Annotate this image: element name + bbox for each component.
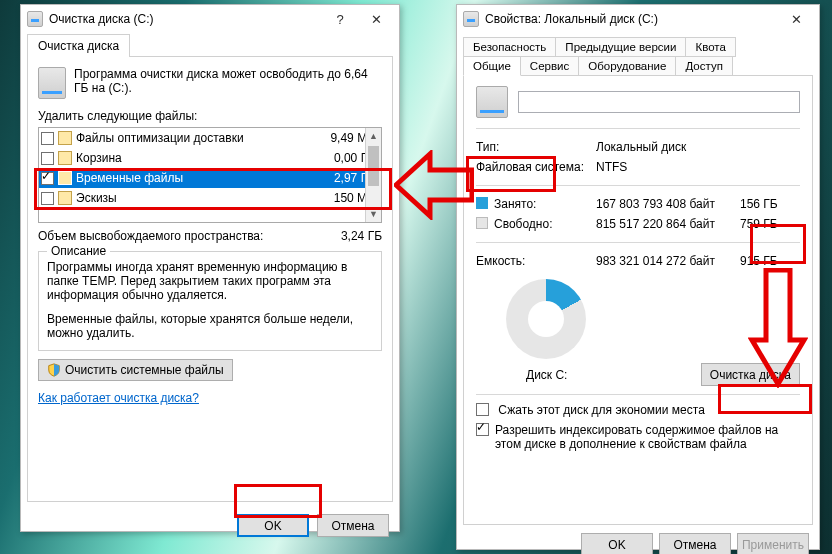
drive-properties-dialog: Свойства: Локальный диск (C:) ✕ Безопасн…: [456, 4, 820, 550]
list-item[interactable]: Эскизы 150 МБ: [39, 188, 381, 208]
item-name: Эскизы: [76, 191, 305, 205]
capacity-label: Емкость:: [476, 254, 596, 268]
tab-cleanup[interactable]: Очистка диска: [27, 34, 130, 57]
description-group: Описание Программы иногда хранят временн…: [38, 251, 382, 351]
delete-label: Удалить следующие файлы:: [38, 109, 382, 123]
file-icon: [58, 171, 72, 185]
checkbox[interactable]: [41, 152, 54, 165]
indexing-label: Разрешить индексировать содержимое файло…: [495, 423, 800, 451]
tab-hardware[interactable]: Оборудование: [578, 56, 676, 76]
compress-checkbox[interactable]: [476, 403, 489, 416]
help-button[interactable]: ?: [323, 8, 357, 30]
group-title: Описание: [47, 244, 110, 258]
cancel-button[interactable]: Отмена: [659, 533, 731, 554]
close-button[interactable]: ✕: [779, 8, 813, 30]
free-color-icon: [476, 217, 488, 229]
type-value: Локальный диск: [596, 140, 800, 154]
disk-name: Диск C:: [526, 368, 567, 382]
scroll-up-icon[interactable]: ▲: [366, 128, 381, 144]
list-item[interactable]: Временные файлы 2,97 ГБ: [39, 168, 381, 188]
intro-text: Программа очистки диска может освободить…: [74, 67, 382, 99]
freeing-value: 3,24 ГБ: [341, 229, 382, 243]
close-button[interactable]: ✕: [359, 8, 393, 30]
freeing-label: Объем высвобождаемого пространства:: [38, 229, 263, 243]
drive-icon: [463, 11, 479, 27]
window-title: Свойства: Локальный диск (C:): [485, 12, 658, 26]
free-gb: 759 ГБ: [740, 217, 800, 231]
fs-value: NTFS: [596, 160, 800, 174]
tab-quota[interactable]: Квота: [685, 37, 735, 57]
list-item[interactable]: Корзина 0,00 ГБ: [39, 148, 381, 168]
tab-security[interactable]: Безопасность: [463, 37, 556, 57]
indexing-checkbox[interactable]: [476, 423, 489, 436]
item-name: Временные файлы: [76, 171, 305, 185]
button-label: Очистить системные файлы: [65, 363, 224, 377]
description-text-2: Временные файлы, которые хранятся больше…: [47, 312, 373, 340]
scroll-down-icon[interactable]: ▼: [366, 206, 381, 222]
shield-icon: [47, 363, 61, 377]
titlebar[interactable]: Свойства: Локальный диск (C:) ✕: [457, 5, 819, 33]
file-icon: [58, 151, 72, 165]
checkbox[interactable]: [41, 132, 54, 145]
compress-label: Сжать этот диск для экономии места: [498, 403, 704, 417]
file-icon: [58, 191, 72, 205]
disk-cleanup-dialog: Очистка диска (C:) ? ✕ Очистка диска Про…: [20, 4, 400, 532]
volume-name-input[interactable]: [518, 91, 800, 113]
list-item[interactable]: Файлы оптимизации доставки 9,49 МБ: [39, 128, 381, 148]
item-name: Корзина: [76, 151, 305, 165]
free-label: Свободно:: [494, 217, 553, 231]
used-bytes: 167 803 793 408 байт: [596, 197, 740, 211]
free-bytes: 815 517 220 864 байт: [596, 217, 740, 231]
disk-cleanup-button[interactable]: Очистка диска: [701, 363, 800, 386]
titlebar[interactable]: Очистка диска (C:) ? ✕: [21, 5, 399, 33]
type-label: Тип:: [476, 140, 596, 154]
tab-sharing[interactable]: Доступ: [675, 56, 732, 76]
checkbox[interactable]: [41, 172, 54, 185]
capacity-gb: 915 ГБ: [740, 254, 800, 268]
ok-button[interactable]: OK: [581, 533, 653, 554]
cancel-button[interactable]: Отмена: [317, 514, 389, 537]
checkbox[interactable]: [41, 192, 54, 205]
drive-icon: [27, 11, 43, 27]
ok-button[interactable]: OK: [237, 514, 309, 537]
clean-system-files-button[interactable]: Очистить системные файлы: [38, 359, 233, 381]
drive-icon: [38, 67, 66, 99]
scrollbar[interactable]: ▲ ▼: [365, 128, 381, 222]
used-color-icon: [476, 197, 488, 209]
scroll-thumb[interactable]: [368, 146, 379, 186]
used-gb: 156 ГБ: [740, 197, 800, 211]
file-list[interactable]: Файлы оптимизации доставки 9,49 МБ Корзи…: [38, 127, 382, 223]
used-label: Занято:: [494, 197, 536, 211]
usage-pie-chart: [506, 279, 586, 359]
item-name: Файлы оптимизации доставки: [76, 131, 305, 145]
tab-tools[interactable]: Сервис: [520, 56, 579, 76]
apply-button[interactable]: Применить: [737, 533, 809, 554]
fs-label: Файловая система:: [476, 160, 596, 174]
file-icon: [58, 131, 72, 145]
window-title: Очистка диска (C:): [49, 12, 154, 26]
tab-previous-versions[interactable]: Предыдущие версии: [555, 37, 686, 57]
tab-general[interactable]: Общие: [463, 56, 521, 76]
drive-icon: [476, 86, 508, 118]
capacity-bytes: 983 321 014 272 байт: [596, 254, 740, 268]
description-text: Программы иногда хранят временную информ…: [47, 260, 373, 302]
how-it-works-link[interactable]: Как работает очистка диска?: [38, 391, 199, 405]
